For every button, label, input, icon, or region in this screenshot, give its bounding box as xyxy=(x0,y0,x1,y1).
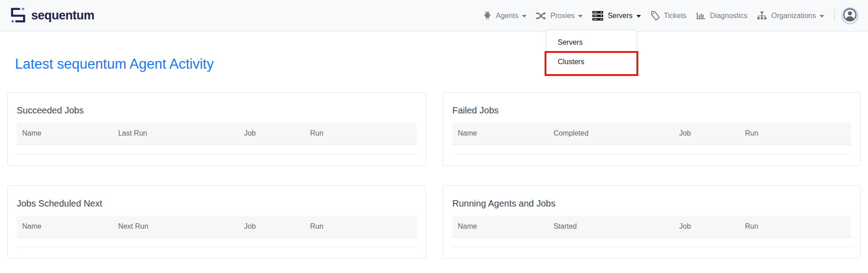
nav-item-agents[interactable]: Agents xyxy=(478,0,531,32)
nav-label: Organizations xyxy=(771,12,816,20)
failed-jobs-table: Name Completed Job Run xyxy=(452,123,851,154)
column-header: Name xyxy=(17,123,113,144)
sequentum-logo-icon xyxy=(9,6,27,26)
column-header: Run xyxy=(740,123,851,144)
table-row xyxy=(17,144,417,154)
table-row xyxy=(17,237,417,247)
bar-chart-icon xyxy=(696,10,707,21)
brand-logo[interactable]: sequentum xyxy=(9,6,95,26)
column-header: Job xyxy=(239,216,305,237)
table-row xyxy=(452,144,851,154)
column-header: Completed xyxy=(548,123,674,144)
column-header: Next Run xyxy=(113,216,238,237)
servers-icon xyxy=(592,10,604,21)
nav-label: Proxies xyxy=(550,12,574,20)
card-title: Running Agents and Jobs xyxy=(452,198,851,209)
nav-item-organizations[interactable]: Organizations xyxy=(752,0,829,32)
dropdown-item-servers[interactable]: Servers xyxy=(546,34,636,51)
column-header: Run xyxy=(304,216,417,237)
nav-item-tickets[interactable]: Tickets xyxy=(645,0,691,32)
card-succeeded-jobs: Succeeded Jobs Name Last Run Job Run xyxy=(7,92,426,166)
chevron-down-icon xyxy=(820,15,824,18)
user-menu-button[interactable] xyxy=(843,9,857,23)
column-header: Last Run xyxy=(113,123,238,144)
chevron-down-icon xyxy=(578,15,583,18)
nav-item-proxies[interactable]: Proxies xyxy=(531,0,587,32)
column-header: Name xyxy=(452,216,548,237)
table-row xyxy=(452,237,851,247)
card-failed-jobs: Failed Jobs Name Completed Job Run xyxy=(443,92,861,166)
user-circle-icon xyxy=(843,8,857,24)
page-title: Latest sequentum Agent Activity xyxy=(15,56,213,72)
running-agents-and-jobs-table: Name Started Job Run xyxy=(452,216,851,247)
chevron-down-icon xyxy=(522,15,526,18)
brand-name: sequentum xyxy=(31,9,95,23)
jobs-scheduled-next-table: Name Next Run Job Run xyxy=(17,216,417,247)
nav-separator xyxy=(834,10,835,22)
card-title: Failed Jobs xyxy=(452,105,851,116)
shuffle-icon xyxy=(536,11,547,21)
tags-icon xyxy=(650,10,660,21)
column-header: Job xyxy=(239,123,305,144)
nav-label: Servers xyxy=(607,12,632,20)
nav-label: Diagnostics xyxy=(710,12,748,20)
card-title: Jobs Scheduled Next xyxy=(17,198,417,209)
card-title: Succeeded Jobs xyxy=(17,105,417,116)
dropdown-item-clusters[interactable]: Clusters xyxy=(546,51,636,72)
nav-items: Agents Proxies xyxy=(478,0,857,32)
nav-item-servers[interactable]: Servers xyxy=(587,0,645,32)
top-navbar: sequentum Agents xyxy=(0,0,868,32)
card-running-agents-and-jobs: Running Agents and Jobs Name Started Job… xyxy=(443,185,861,259)
nav-item-diagnostics[interactable]: Diagnostics xyxy=(691,0,752,32)
column-header: Job xyxy=(674,123,740,144)
servers-dropdown-menu: Servers Clusters xyxy=(546,30,637,76)
chevron-down-icon xyxy=(636,15,641,18)
column-header: Name xyxy=(452,123,548,144)
android-icon xyxy=(483,10,492,21)
column-header: Started xyxy=(548,216,674,237)
nav-label: Tickets xyxy=(664,12,687,20)
column-header: Job xyxy=(674,216,740,237)
nav-label: Agents xyxy=(496,12,518,20)
sitemap-icon xyxy=(756,10,768,21)
succeeded-jobs-table: Name Last Run Job Run xyxy=(17,123,417,154)
column-header: Name xyxy=(17,216,113,237)
card-jobs-scheduled-next: Jobs Scheduled Next Name Next Run Job Ru… xyxy=(7,185,426,259)
column-header: Run xyxy=(304,123,417,144)
column-header: Run xyxy=(740,216,851,237)
